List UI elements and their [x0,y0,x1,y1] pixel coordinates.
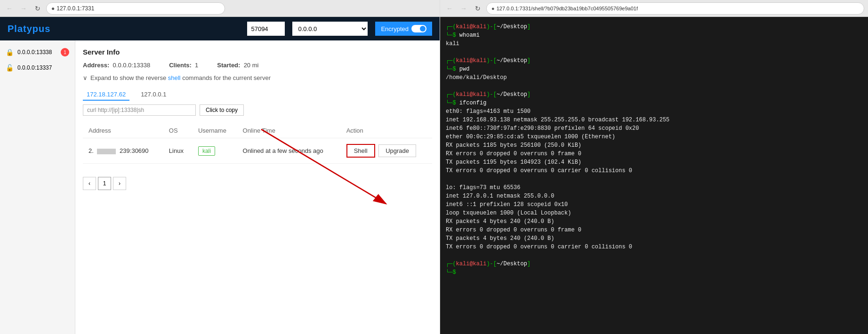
copy-button[interactable]: Click to copy [200,104,244,116]
ip-tab-1[interactable]: 127.0.0.1 [137,89,170,101]
ip-tab-0[interactable]: 172.18.127.62 [83,89,129,101]
terminal-line: ┌─(kali@kali)-[~/Desktop]└─$ whoami [446,23,862,40]
terminal-line [446,175,862,183]
cell-online-time: Onlined at a few seconds ago [237,138,341,164]
started-label: Started: 20 mi [217,62,258,69]
shell-button[interactable]: Shell [346,144,375,158]
cell-action: Shell Upgrade [341,138,432,164]
col-os: OS [163,123,193,138]
info-row: Address: 0.0.0.0:13338 Clients: 1 Starte… [83,62,432,69]
terminal-line: RX packets 4 bytes 240 (240.0 B) [446,217,862,226]
sidebar-badge1: 1 [61,48,69,56]
forward-button[interactable]: → [18,3,29,14]
terminal-line: TX packets 1195 bytes 104923 (102.4 KiB) [446,158,862,167]
col-online-time: Online Time [237,123,341,138]
username-badge: kali [198,146,215,156]
sidebar: 🔒 0.0.0.0:13338 1 🔓 0.0.0.0:13337 [0,40,75,334]
sidebar-server1-label: 0.0.0.0:13338 [17,49,52,56]
terminal-line: TX packets 4 bytes 240 (240.0 B) [446,234,862,243]
terminal-line: ┌─(kali@kali)-[~/Desktop]└─$ [446,260,862,277]
expand-row[interactable]: ∨ Expand to show the reverse shell comma… [83,74,432,81]
terminal-line: RX errors 0 dropped 0 overruns 0 frame 0 [446,226,862,234]
upgrade-button[interactable]: Upgrade [378,144,416,157]
server-green-icon: 🔓 [6,64,14,72]
sidebar-item-server1[interactable]: 🔒 0.0.0.0:13338 1 [0,44,75,60]
ip-select[interactable]: 0.0.0.0 [292,22,368,36]
terminal-line [446,48,862,56]
encrypted-toggle[interactable] [411,25,426,32]
terminal-line: ┌─(kali@kali)-[~/Desktop]└─$ ifconfig [446,90,862,107]
cmd-input[interactable] [83,104,196,116]
table-row: 2. 239:30690 Linux kali Onlined at a few… [83,138,432,164]
right-back-button[interactable]: ← [444,3,455,14]
reload-button[interactable]: ↻ [32,3,43,14]
terminal-line: TX errors 0 dropped 0 overruns 0 carrier… [446,167,862,175]
current-page-button[interactable]: 1 [98,177,111,190]
brand-title: Platypus [8,24,50,34]
terminal-line: loop txqueuelen 1000 (Local Loopback) [446,209,862,217]
main-area: Server Info Address: 0.0.0.0:13338 Clien… [75,40,440,334]
cell-address: 2. 239:30690 [83,138,163,164]
pagination: ‹ 1 › [83,173,432,194]
terminal-line: inet6 fe80::730f:97af:e290:8830 prefixle… [446,124,862,133]
col-username: Username [193,123,237,138]
terminal-line: /home/kali/Desktop [446,73,862,82]
terminal-line: lo: flags=73 mtu 65536 [446,183,862,192]
right-browser-bar: ← → ↻ ● 127.0.0.1:7331/shell/?b079db23ba… [440,0,868,17]
terminal[interactable]: ┌─(kali@kali)-[~/Desktop]└─$ whoamikali … [440,17,868,334]
terminal-line: inet6 ::1 prefixlen 128 scopeid 0x10 [446,200,862,209]
left-browser-bar: ← → ↻ ● 127.0.0.1:7331 [0,0,440,17]
back-button[interactable]: ← [4,3,15,14]
encrypted-button[interactable]: Encrypted [375,22,432,36]
server-info-title: Server Info [83,48,432,56]
terminal-line: kali [446,40,862,48]
top-nav: Platypus 0.0.0.0 Encrypted [0,17,440,40]
clients-label: Clients: 1 [169,62,198,69]
col-action: Action [341,123,432,138]
port-input[interactable] [247,22,285,36]
right-url-bar[interactable]: ● 127.0.0.1:7331/shell/?b079db23ba19bb7c… [486,2,864,15]
terminal-line: RX errors 0 dropped 0 overruns 0 frame 0 [446,150,862,158]
terminal-line: ether 00:0c:29:85:cd:a5 txqueuelen 1000 … [446,133,862,141]
terminal-line: ┌─(kali@kali)-[~/Desktop]└─$ pwd [446,56,862,73]
ip-tabs: 172.18.127.62 127.0.0.1 [83,89,432,101]
terminal-line: TX errors 0 dropped 0 overruns 0 carrier… [446,243,862,251]
terminal-line: inet 127.0.0.1 netmask 255.0.0.0 [446,192,862,200]
terminal-line: RX packets 1185 bytes 256100 (250.0 KiB) [446,141,862,150]
right-panel: ← → ↻ ● 127.0.0.1:7331/shell/?b079db23ba… [440,0,868,334]
cmd-row: Click to copy [83,104,432,116]
right-reload-button[interactable]: ↻ [472,3,483,14]
sidebar-item-server2[interactable]: 🔓 0.0.0.0:13337 [0,60,75,75]
left-url-bar[interactable]: ● 127.0.0.1:7331 [46,2,225,15]
terminal-line: inet 192.168.93.138 netmask 255.255.255.… [446,116,862,124]
address-label: Address: 0.0.0.0:13338 [83,62,150,69]
terminal-line [446,82,862,90]
right-forward-button[interactable]: → [458,3,469,14]
cell-os: Linux [163,138,193,164]
terminal-line: eth0: flags=4163 mtu 1500 [446,107,862,116]
col-address: Address [83,123,163,138]
clients-table: Address OS Username Online Time Action 2… [83,123,432,164]
next-page-button[interactable]: › [113,177,126,190]
terminal-line [446,251,862,260]
sidebar-server2-label: 0.0.0.0:13337 [17,64,52,71]
server-red-icon: 🔒 [6,48,14,56]
prev-page-button[interactable]: ‹ [83,177,96,190]
cell-username: kali [193,138,237,164]
